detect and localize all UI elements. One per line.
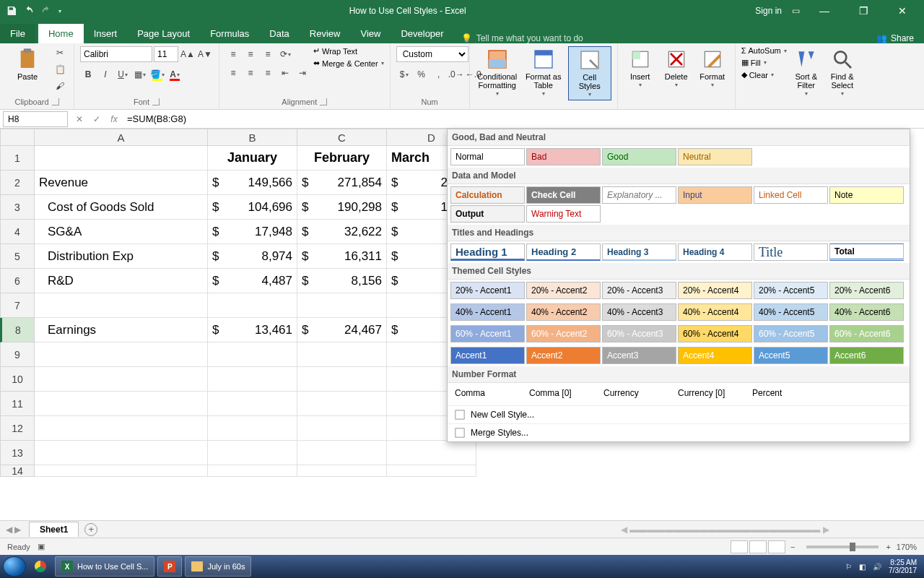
style-accent[interactable]: 40% - Accent3 <box>602 303 676 321</box>
merge-styles-command[interactable]: Merge Styles... <box>448 423 910 441</box>
col-header[interactable]: A <box>35 129 208 146</box>
style-accent[interactable]: 60% - Accent2 <box>526 325 601 342</box>
fill-color-button[interactable]: 🪣▾ <box>149 66 165 82</box>
save-icon[interactable] <box>6 5 17 17</box>
style-percent[interactable]: Percent <box>748 385 822 401</box>
merge-center-button[interactable]: ⬌ Merge & Center ▾ <box>313 59 384 68</box>
orientation-button[interactable]: ⟳▾ <box>277 46 293 62</box>
cell[interactable]: January <box>208 146 297 171</box>
style-accent[interactable]: 20% - Accent5 <box>754 282 828 299</box>
name-box[interactable] <box>3 111 68 127</box>
font-size-input[interactable] <box>154 46 178 62</box>
style-heading4[interactable]: Heading 4 <box>678 243 752 261</box>
new-cell-style-command[interactable]: New Cell Style... <box>448 405 910 423</box>
style-note[interactable]: Note <box>829 186 904 204</box>
align-left-button[interactable]: ≡ <box>225 65 241 81</box>
style-bad[interactable]: Bad <box>526 148 601 165</box>
col-header[interactable]: B <box>208 129 297 146</box>
autosum-button[interactable]: Σ AutoSum ▾ <box>741 46 787 55</box>
minimize-button[interactable]: — <box>810 5 839 17</box>
delete-button[interactable]: Delete▾ <box>660 46 693 90</box>
cell-styles-button[interactable]: Cell Styles▾ <box>568 46 611 100</box>
tray-flag-icon[interactable]: ⚐ <box>845 563 852 571</box>
comma-button[interactable]: , <box>431 66 447 82</box>
style-comma[interactable]: Comma <box>450 385 525 401</box>
style-accent[interactable]: Accent3 <box>602 347 676 364</box>
cut-button[interactable]: ✂ <box>52 46 68 60</box>
increase-indent-button[interactable]: ⇥ <box>295 65 310 81</box>
format-painter-button[interactable]: 🖌 <box>52 79 68 92</box>
font-name-input[interactable] <box>80 46 152 62</box>
border-button[interactable]: ▦▾ <box>132 66 148 82</box>
format-button[interactable]: Format▾ <box>696 46 729 90</box>
wrap-text-button[interactable]: ↵ Wrap Text <box>313 46 384 56</box>
zoom-in-button[interactable]: + <box>886 543 890 551</box>
currency-button[interactable]: $▾ <box>396 66 412 82</box>
style-input[interactable]: Input <box>678 186 752 204</box>
align-top-button[interactable]: ≡ <box>225 46 241 62</box>
cell[interactable]: Revenue <box>35 171 208 195</box>
clear-button[interactable]: ◆ Clear ▾ <box>741 70 787 79</box>
taskbar-chrome[interactable] <box>29 556 52 577</box>
font-color-button[interactable]: A▾ <box>167 66 183 82</box>
taskbar-explorer[interactable]: July in 60s <box>185 556 251 577</box>
align-center-button[interactable]: ≡ <box>243 65 258 81</box>
launcher-icon[interactable] <box>52 98 59 105</box>
style-explanatory[interactable]: Explanatory ... <box>602 186 676 204</box>
tab-data[interactable]: Data <box>259 24 299 43</box>
taskbar-powerpoint[interactable]: P <box>157 556 182 577</box>
qat-dropdown-icon[interactable]: ▾ <box>58 8 61 14</box>
page-layout-view-button[interactable] <box>749 540 767 553</box>
conditional-formatting-button[interactable]: Conditional Formatting▾ <box>476 46 519 99</box>
formula-input[interactable]: =SUM(B8:G8) <box>123 111 924 126</box>
style-neutral[interactable]: Neutral <box>678 148 752 165</box>
paste-button[interactable]: Paste <box>6 46 49 82</box>
style-normal[interactable]: Normal <box>450 148 525 165</box>
fx-icon[interactable]: fx <box>105 114 123 124</box>
signin-link[interactable]: Sign in <box>755 6 782 16</box>
style-accent[interactable]: 20% - Accent6 <box>829 282 904 299</box>
enter-formula-icon[interactable]: ✓ <box>88 114 105 124</box>
style-heading2[interactable]: Heading 2 <box>526 243 601 261</box>
style-comma0[interactable]: Comma [0] <box>525 385 599 401</box>
row-header[interactable]: 1 <box>0 146 35 171</box>
tab-home[interactable]: Home <box>38 24 84 43</box>
fill-button[interactable]: ▦ Fill ▾ <box>741 58 787 67</box>
style-accent[interactable]: Accent2 <box>526 347 601 364</box>
style-accent[interactable]: 20% - Accent2 <box>526 282 601 299</box>
format-as-table-button[interactable]: Format as Table▾ <box>522 46 565 99</box>
launcher-icon[interactable] <box>320 98 327 105</box>
style-accent[interactable]: 40% - Accent6 <box>829 303 904 321</box>
cell[interactable]: February <box>297 146 387 171</box>
sort-filter-button[interactable]: Sort & Filter▾ <box>790 46 823 99</box>
italic-button[interactable]: I <box>97 66 113 82</box>
style-output[interactable]: Output <box>450 205 525 223</box>
align-middle-button[interactable]: ≡ <box>243 46 258 62</box>
increase-decimal-button[interactable]: .0→ <box>448 66 464 82</box>
find-select-button[interactable]: Find & Select▾ <box>826 46 859 99</box>
style-title[interactable]: Title <box>754 243 828 261</box>
percent-button[interactable]: % <box>414 66 430 82</box>
launcher-icon[interactable] <box>152 98 160 105</box>
style-heading3[interactable]: Heading 3 <box>602 243 676 261</box>
zoom-slider[interactable] <box>806 545 879 548</box>
tab-developer[interactable]: Developer <box>391 24 453 43</box>
tell-me[interactable]: 💡 Tell me what you want to do <box>461 33 583 43</box>
style-linked-cell[interactable]: Linked Cell <box>754 186 828 204</box>
style-accent[interactable]: 60% - Accent4 <box>678 325 752 342</box>
cancel-formula-icon[interactable]: ✕ <box>71 114 88 124</box>
zoom-out-button[interactable]: − <box>790 543 795 551</box>
style-accent[interactable]: 40% - Accent1 <box>450 303 525 321</box>
style-warning-text[interactable]: Warning Text <box>526 205 601 223</box>
tab-formulas[interactable]: Formulas <box>200 24 259 43</box>
style-accent[interactable]: 60% - Accent6 <box>829 325 904 342</box>
increase-font-button[interactable]: A▲ <box>180 46 196 62</box>
style-currency[interactable]: Currency <box>599 385 674 401</box>
style-heading1[interactable]: Heading 1 <box>450 243 525 261</box>
insert-button[interactable]: Insert▾ <box>624 46 657 90</box>
style-accent[interactable]: 20% - Accent1 <box>450 282 525 299</box>
style-accent[interactable]: 20% - Accent4 <box>678 282 752 299</box>
style-accent[interactable]: 60% - Accent3 <box>602 325 676 342</box>
tab-insert[interactable]: Insert <box>84 24 128 43</box>
style-accent[interactable]: Accent1 <box>450 347 525 364</box>
